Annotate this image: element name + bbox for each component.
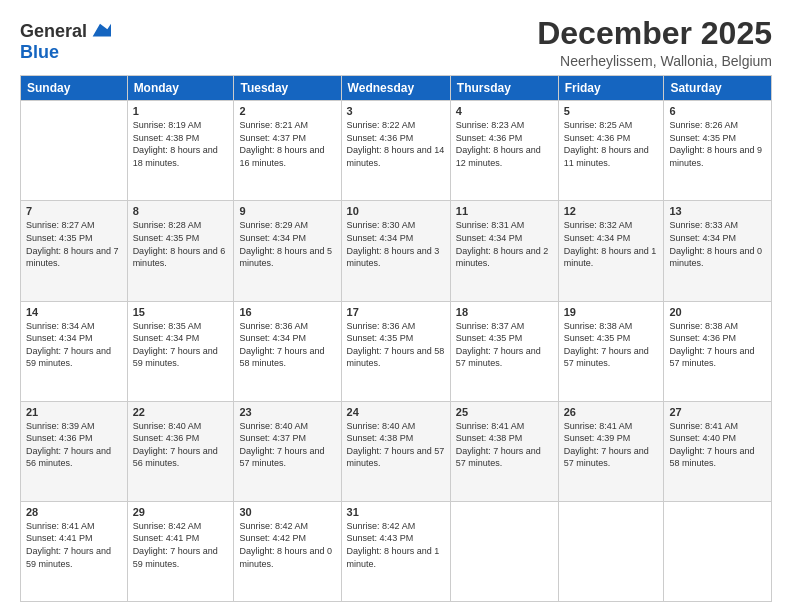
day-info: Sunrise: 8:25 AMSunset: 4:36 PMDaylight:… [564, 119, 659, 169]
day-number: 7 [26, 205, 122, 217]
day-number: 5 [564, 105, 659, 117]
day-number: 26 [564, 406, 659, 418]
calendar-cell-w4-d2: 22Sunrise: 8:40 AMSunset: 4:36 PMDayligh… [127, 401, 234, 501]
calendar-cell-w2-d6: 12Sunrise: 8:32 AMSunset: 4:34 PMDayligh… [558, 201, 664, 301]
day-number: 4 [456, 105, 553, 117]
day-info: Sunrise: 8:23 AMSunset: 4:36 PMDaylight:… [456, 119, 553, 169]
day-number: 23 [239, 406, 335, 418]
day-info: Sunrise: 8:30 AMSunset: 4:34 PMDaylight:… [347, 219, 445, 269]
day-info: Sunrise: 8:41 AMSunset: 4:40 PMDaylight:… [669, 420, 766, 470]
calendar-cell-w5-d3: 30Sunrise: 8:42 AMSunset: 4:42 PMDayligh… [234, 501, 341, 601]
day-number: 21 [26, 406, 122, 418]
calendar-cell-w3-d2: 15Sunrise: 8:35 AMSunset: 4:34 PMDayligh… [127, 301, 234, 401]
calendar-cell-w4-d7: 27Sunrise: 8:41 AMSunset: 4:40 PMDayligh… [664, 401, 772, 501]
calendar-cell-w5-d1: 28Sunrise: 8:41 AMSunset: 4:41 PMDayligh… [21, 501, 128, 601]
day-info: Sunrise: 8:38 AMSunset: 4:35 PMDaylight:… [564, 320, 659, 370]
title-block: December 2025 Neerheylissem, Wallonia, B… [537, 16, 772, 69]
day-info: Sunrise: 8:40 AMSunset: 4:36 PMDaylight:… [133, 420, 229, 470]
col-saturday: Saturday [664, 76, 772, 101]
calendar-cell-w1-d3: 2Sunrise: 8:21 AMSunset: 4:37 PMDaylight… [234, 101, 341, 201]
day-info: Sunrise: 8:27 AMSunset: 4:35 PMDaylight:… [26, 219, 122, 269]
day-info: Sunrise: 8:38 AMSunset: 4:36 PMDaylight:… [669, 320, 766, 370]
calendar-cell-w2-d5: 11Sunrise: 8:31 AMSunset: 4:34 PMDayligh… [450, 201, 558, 301]
calendar-cell-w4-d6: 26Sunrise: 8:41 AMSunset: 4:39 PMDayligh… [558, 401, 664, 501]
day-number: 6 [669, 105, 766, 117]
day-info: Sunrise: 8:37 AMSunset: 4:35 PMDaylight:… [456, 320, 553, 370]
day-info: Sunrise: 8:36 AMSunset: 4:35 PMDaylight:… [347, 320, 445, 370]
main-title: December 2025 [537, 16, 772, 51]
day-info: Sunrise: 8:32 AMSunset: 4:34 PMDaylight:… [564, 219, 659, 269]
calendar-cell-w4-d5: 25Sunrise: 8:41 AMSunset: 4:38 PMDayligh… [450, 401, 558, 501]
logo-general-text: General [20, 21, 87, 42]
day-number: 17 [347, 306, 445, 318]
day-number: 22 [133, 406, 229, 418]
calendar-cell-w2-d4: 10Sunrise: 8:30 AMSunset: 4:34 PMDayligh… [341, 201, 450, 301]
day-info: Sunrise: 8:26 AMSunset: 4:35 PMDaylight:… [669, 119, 766, 169]
calendar-cell-w1-d4: 3Sunrise: 8:22 AMSunset: 4:36 PMDaylight… [341, 101, 450, 201]
calendar-cell-w3-d7: 20Sunrise: 8:38 AMSunset: 4:36 PMDayligh… [664, 301, 772, 401]
calendar-cell-w4-d4: 24Sunrise: 8:40 AMSunset: 4:38 PMDayligh… [341, 401, 450, 501]
week-row-3: 14Sunrise: 8:34 AMSunset: 4:34 PMDayligh… [21, 301, 772, 401]
calendar-cell-w1-d1 [21, 101, 128, 201]
day-number: 30 [239, 506, 335, 518]
day-number: 29 [133, 506, 229, 518]
calendar-cell-w2-d1: 7Sunrise: 8:27 AMSunset: 4:35 PMDaylight… [21, 201, 128, 301]
day-info: Sunrise: 8:39 AMSunset: 4:36 PMDaylight:… [26, 420, 122, 470]
day-number: 31 [347, 506, 445, 518]
logo-blue-text: Blue [20, 42, 59, 63]
week-row-5: 28Sunrise: 8:41 AMSunset: 4:41 PMDayligh… [21, 501, 772, 601]
page: General Blue December 2025 Neerheylissem… [0, 0, 792, 612]
week-row-1: 1Sunrise: 8:19 AMSunset: 4:38 PMDaylight… [21, 101, 772, 201]
day-info: Sunrise: 8:41 AMSunset: 4:39 PMDaylight:… [564, 420, 659, 470]
calendar-cell-w1-d5: 4Sunrise: 8:23 AMSunset: 4:36 PMDaylight… [450, 101, 558, 201]
day-info: Sunrise: 8:22 AMSunset: 4:36 PMDaylight:… [347, 119, 445, 169]
col-friday: Friday [558, 76, 664, 101]
week-row-4: 21Sunrise: 8:39 AMSunset: 4:36 PMDayligh… [21, 401, 772, 501]
calendar-cell-w1-d2: 1Sunrise: 8:19 AMSunset: 4:38 PMDaylight… [127, 101, 234, 201]
day-info: Sunrise: 8:29 AMSunset: 4:34 PMDaylight:… [239, 219, 335, 269]
col-sunday: Sunday [21, 76, 128, 101]
day-info: Sunrise: 8:41 AMSunset: 4:41 PMDaylight:… [26, 520, 122, 570]
calendar-cell-w3-d5: 18Sunrise: 8:37 AMSunset: 4:35 PMDayligh… [450, 301, 558, 401]
day-number: 20 [669, 306, 766, 318]
calendar-cell-w4-d3: 23Sunrise: 8:40 AMSunset: 4:37 PMDayligh… [234, 401, 341, 501]
col-wednesday: Wednesday [341, 76, 450, 101]
day-info: Sunrise: 8:41 AMSunset: 4:38 PMDaylight:… [456, 420, 553, 470]
day-number: 18 [456, 306, 553, 318]
day-info: Sunrise: 8:40 AMSunset: 4:37 PMDaylight:… [239, 420, 335, 470]
day-info: Sunrise: 8:28 AMSunset: 4:35 PMDaylight:… [133, 219, 229, 269]
logo-icon [89, 20, 111, 42]
header: General Blue December 2025 Neerheylissem… [20, 16, 772, 69]
calendar-cell-w2-d2: 8Sunrise: 8:28 AMSunset: 4:35 PMDaylight… [127, 201, 234, 301]
calendar-cell-w2-d3: 9Sunrise: 8:29 AMSunset: 4:34 PMDaylight… [234, 201, 341, 301]
calendar-cell-w1-d6: 5Sunrise: 8:25 AMSunset: 4:36 PMDaylight… [558, 101, 664, 201]
day-info: Sunrise: 8:21 AMSunset: 4:37 PMDaylight:… [239, 119, 335, 169]
day-info: Sunrise: 8:42 AMSunset: 4:42 PMDaylight:… [239, 520, 335, 570]
calendar-cell-w5-d6 [558, 501, 664, 601]
calendar-table: Sunday Monday Tuesday Wednesday Thursday… [20, 75, 772, 602]
day-number: 12 [564, 205, 659, 217]
day-info: Sunrise: 8:33 AMSunset: 4:34 PMDaylight:… [669, 219, 766, 269]
calendar-cell-w5-d7 [664, 501, 772, 601]
calendar-cell-w3-d1: 14Sunrise: 8:34 AMSunset: 4:34 PMDayligh… [21, 301, 128, 401]
day-info: Sunrise: 8:36 AMSunset: 4:34 PMDaylight:… [239, 320, 335, 370]
day-number: 28 [26, 506, 122, 518]
col-tuesday: Tuesday [234, 76, 341, 101]
day-info: Sunrise: 8:31 AMSunset: 4:34 PMDaylight:… [456, 219, 553, 269]
day-number: 8 [133, 205, 229, 217]
col-thursday: Thursday [450, 76, 558, 101]
day-number: 11 [456, 205, 553, 217]
calendar-cell-w4-d1: 21Sunrise: 8:39 AMSunset: 4:36 PMDayligh… [21, 401, 128, 501]
day-info: Sunrise: 8:42 AMSunset: 4:43 PMDaylight:… [347, 520, 445, 570]
day-number: 27 [669, 406, 766, 418]
calendar-cell-w1-d7: 6Sunrise: 8:26 AMSunset: 4:35 PMDaylight… [664, 101, 772, 201]
calendar-cell-w5-d2: 29Sunrise: 8:42 AMSunset: 4:41 PMDayligh… [127, 501, 234, 601]
col-monday: Monday [127, 76, 234, 101]
day-number: 16 [239, 306, 335, 318]
calendar-cell-w5-d5 [450, 501, 558, 601]
day-number: 9 [239, 205, 335, 217]
week-row-2: 7Sunrise: 8:27 AMSunset: 4:35 PMDaylight… [21, 201, 772, 301]
day-number: 13 [669, 205, 766, 217]
day-info: Sunrise: 8:19 AMSunset: 4:38 PMDaylight:… [133, 119, 229, 169]
logo: General Blue [20, 20, 111, 63]
